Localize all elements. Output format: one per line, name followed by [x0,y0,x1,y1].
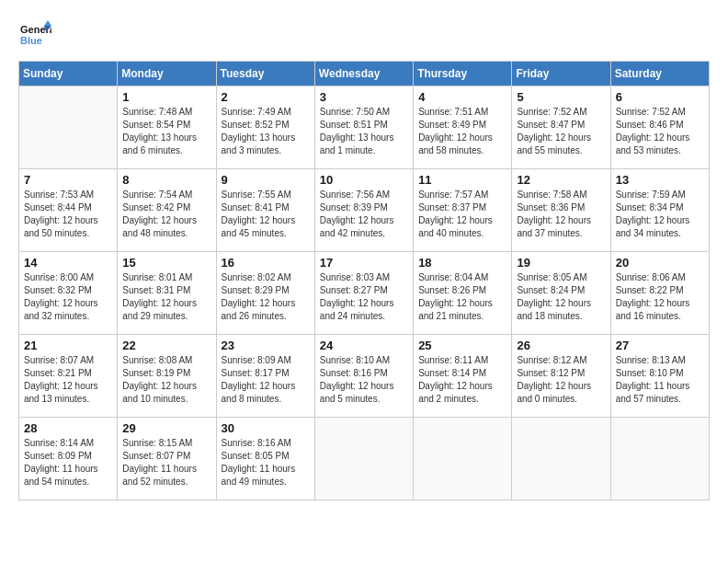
calendar-cell: 25Sunrise: 8:11 AMSunset: 8:14 PMDayligh… [414,335,512,418]
day-number: 30 [222,421,310,435]
day-number: 10 [320,173,408,187]
calendar-cell: 28Sunrise: 8:14 AMSunset: 8:09 PMDayligh… [19,418,118,500]
calendar-cell: 19Sunrise: 8:05 AMSunset: 8:24 PMDayligh… [512,252,610,335]
calendar-cell: 24Sunrise: 8:10 AMSunset: 8:16 PMDayligh… [314,335,413,418]
calendar-week-row: 21Sunrise: 8:07 AMSunset: 8:21 PMDayligh… [19,335,710,418]
day-number: 18 [418,256,506,270]
calendar-cell: 30Sunrise: 8:16 AMSunset: 8:05 PMDayligh… [216,418,314,500]
calendar-week-row: 28Sunrise: 8:14 AMSunset: 8:09 PMDayligh… [19,418,710,500]
calendar-cell [314,418,413,500]
day-number: 25 [418,339,506,352]
calendar-cell: 21Sunrise: 8:07 AMSunset: 8:21 PMDayligh… [19,335,118,418]
day-number: 6 [616,90,704,104]
day-number: 29 [122,421,210,435]
calendar-cell: 14Sunrise: 8:00 AMSunset: 8:32 PMDayligh… [19,252,118,335]
day-number: 5 [517,90,605,104]
cell-content: Sunrise: 7:59 AMSunset: 8:34 PMDaylight:… [616,189,704,240]
day-number: 23 [222,339,310,352]
cell-content: Sunrise: 8:05 AMSunset: 8:24 PMDaylight:… [517,271,605,323]
day-number: 11 [418,173,506,187]
cell-content: Sunrise: 7:51 AMSunset: 8:49 PMDaylight:… [418,106,506,157]
cell-content: Sunrise: 7:52 AMSunset: 8:47 PMDaylight:… [517,106,605,157]
calendar-cell: 1Sunrise: 7:48 AMSunset: 8:54 PMDaylight… [118,86,216,169]
day-number: 3 [320,90,408,104]
day-number: 20 [616,256,704,270]
calendar-week-row: 14Sunrise: 8:00 AMSunset: 8:32 PMDayligh… [19,252,710,335]
logo-icon: General Blue [18,18,51,52]
cell-content: Sunrise: 8:04 AMSunset: 8:26 PMDaylight:… [418,271,506,323]
day-number: 2 [222,90,310,104]
calendar-cell: 13Sunrise: 7:59 AMSunset: 8:34 PMDayligh… [610,169,709,252]
calendar-cell: 15Sunrise: 8:01 AMSunset: 8:31 PMDayligh… [118,252,216,335]
calendar-cell: 23Sunrise: 8:09 AMSunset: 8:17 PMDayligh… [216,335,314,418]
day-number: 21 [24,339,112,352]
calendar-cell: 2Sunrise: 7:49 AMSunset: 8:52 PMDaylight… [216,86,314,169]
calendar-week-row: 1Sunrise: 7:48 AMSunset: 8:54 PMDaylight… [19,86,710,169]
cell-content: Sunrise: 7:48 AMSunset: 8:54 PMDaylight:… [122,106,210,157]
weekday-header: Tuesday [216,62,314,86]
header-row: SundayMondayTuesdayWednesdayThursdayFrid… [19,62,710,86]
weekday-header: Saturday [610,62,709,86]
calendar-table: SundayMondayTuesdayWednesdayThursdayFrid… [18,61,710,500]
cell-content: Sunrise: 8:01 AMSunset: 8:31 PMDaylight:… [122,271,210,323]
cell-content: Sunrise: 7:55 AMSunset: 8:41 PMDaylight:… [222,189,310,240]
day-number: 7 [24,173,112,187]
day-number: 26 [517,339,605,352]
day-number: 4 [418,90,506,104]
day-number: 28 [24,421,112,435]
calendar-cell: 20Sunrise: 8:06 AMSunset: 8:22 PMDayligh… [610,252,709,335]
cell-content: Sunrise: 7:56 AMSunset: 8:39 PMDaylight:… [320,189,408,240]
day-number: 15 [122,256,210,270]
cell-content: Sunrise: 7:49 AMSunset: 8:52 PMDaylight:… [222,106,310,157]
calendar-cell: 16Sunrise: 8:02 AMSunset: 8:29 PMDayligh… [216,252,314,335]
calendar-cell: 11Sunrise: 7:57 AMSunset: 8:37 PMDayligh… [414,169,512,252]
cell-content: Sunrise: 8:09 AMSunset: 8:17 PMDaylight:… [222,354,310,406]
cell-content: Sunrise: 8:02 AMSunset: 8:29 PMDaylight:… [222,271,310,323]
day-number: 19 [517,256,605,270]
weekday-header: Friday [512,62,610,86]
day-number: 8 [122,173,210,187]
day-number: 22 [122,339,210,352]
calendar-cell: 6Sunrise: 7:52 AMSunset: 8:46 PMDaylight… [610,86,709,169]
day-number: 16 [222,256,310,270]
day-number: 13 [616,173,704,187]
cell-content: Sunrise: 7:57 AMSunset: 8:37 PMDaylight:… [418,189,506,240]
cell-content: Sunrise: 7:50 AMSunset: 8:51 PMDaylight:… [320,106,408,157]
cell-content: Sunrise: 8:14 AMSunset: 8:09 PMDaylight:… [24,437,112,488]
cell-content: Sunrise: 8:03 AMSunset: 8:27 PMDaylight:… [320,271,408,323]
calendar-cell: 22Sunrise: 8:08 AMSunset: 8:19 PMDayligh… [118,335,216,418]
svg-text:Blue: Blue [20,35,42,46]
calendar-cell: 7Sunrise: 7:53 AMSunset: 8:44 PMDaylight… [19,169,118,252]
cell-content: Sunrise: 7:58 AMSunset: 8:36 PMDaylight:… [517,189,605,240]
cell-content: Sunrise: 7:53 AMSunset: 8:44 PMDaylight:… [24,189,112,240]
calendar-week-row: 7Sunrise: 7:53 AMSunset: 8:44 PMDaylight… [19,169,710,252]
calendar-cell: 8Sunrise: 7:54 AMSunset: 8:42 PMDaylight… [118,169,216,252]
calendar-cell [414,418,512,500]
cell-content: Sunrise: 8:11 AMSunset: 8:14 PMDaylight:… [418,354,506,406]
calendar-cell [19,86,118,169]
calendar-cell: 18Sunrise: 8:04 AMSunset: 8:26 PMDayligh… [414,252,512,335]
calendar-cell: 26Sunrise: 8:12 AMSunset: 8:12 PMDayligh… [512,335,610,418]
weekday-header: Monday [118,62,216,86]
cell-content: Sunrise: 8:16 AMSunset: 8:05 PMDaylight:… [222,437,310,488]
calendar-cell: 10Sunrise: 7:56 AMSunset: 8:39 PMDayligh… [314,169,413,252]
calendar-cell: 9Sunrise: 7:55 AMSunset: 8:41 PMDaylight… [216,169,314,252]
cell-content: Sunrise: 8:12 AMSunset: 8:12 PMDaylight:… [517,354,605,406]
calendar-cell [610,418,709,500]
weekday-header: Wednesday [314,62,413,86]
calendar-cell: 17Sunrise: 8:03 AMSunset: 8:27 PMDayligh… [314,252,413,335]
cell-content: Sunrise: 8:08 AMSunset: 8:19 PMDaylight:… [122,354,210,406]
calendar-cell: 27Sunrise: 8:13 AMSunset: 8:10 PMDayligh… [610,335,709,418]
day-number: 27 [616,339,704,352]
cell-content: Sunrise: 8:10 AMSunset: 8:16 PMDaylight:… [320,354,408,406]
day-number: 24 [320,339,408,352]
day-number: 1 [122,90,210,104]
cell-content: Sunrise: 8:15 AMSunset: 8:07 PMDaylight:… [122,437,210,488]
cell-content: Sunrise: 8:06 AMSunset: 8:22 PMDaylight:… [616,271,704,323]
weekday-header: Thursday [414,62,512,86]
day-number: 12 [517,173,605,187]
cell-content: Sunrise: 8:00 AMSunset: 8:32 PMDaylight:… [24,271,112,323]
cell-content: Sunrise: 7:52 AMSunset: 8:46 PMDaylight:… [616,106,704,157]
logo: General Blue [18,18,53,52]
day-number: 14 [24,256,112,270]
